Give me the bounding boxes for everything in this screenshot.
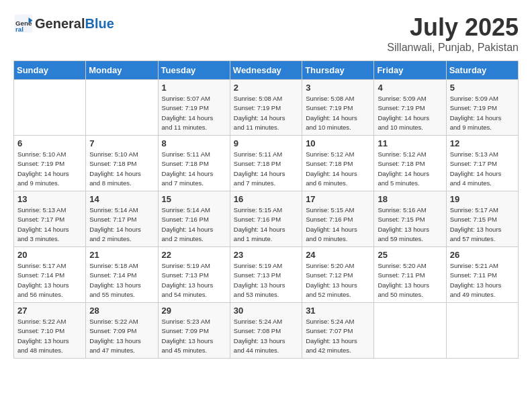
day-number: 20: [17, 250, 82, 260]
day-info: Sunrise: 5:08 AM Sunset: 7:19 PM Dayligh…: [306, 94, 370, 132]
day-info: Sunrise: 5:23 AM Sunset: 7:09 PM Dayligh…: [162, 317, 226, 355]
weekday-header: Tuesday: [158, 61, 230, 80]
day-number: 12: [450, 138, 515, 148]
day-number: 16: [234, 194, 298, 204]
calendar-cell: 14Sunrise: 5:14 AM Sunset: 7:17 PM Dayli…: [86, 191, 158, 247]
title-block: July 2025 Sillanwali, Punjab, Pakistan: [387, 13, 519, 54]
day-number: 21: [89, 250, 154, 260]
day-number: 7: [89, 138, 154, 148]
logo-icon: Gene ral: [13, 13, 34, 34]
day-info: Sunrise: 5:15 AM Sunset: 7:16 PM Dayligh…: [306, 205, 370, 244]
day-info: Sunrise: 5:09 AM Sunset: 7:19 PM Dayligh…: [378, 94, 442, 132]
day-number: 11: [378, 138, 442, 148]
calendar-cell: [14, 80, 86, 136]
calendar-cell: 10Sunrise: 5:12 AM Sunset: 7:18 PM Dayli…: [302, 136, 374, 191]
day-info: Sunrise: 5:22 AM Sunset: 7:10 PM Dayligh…: [17, 317, 82, 355]
day-number: 22: [162, 250, 226, 260]
calendar-cell: 1Sunrise: 5:07 AM Sunset: 7:19 PM Daylig…: [158, 80, 230, 136]
calendar-cell: 16Sunrise: 5:15 AM Sunset: 7:16 PM Dayli…: [230, 191, 302, 247]
day-number: 10: [306, 138, 370, 148]
logo-text: GeneralBlue: [35, 16, 114, 31]
day-info: Sunrise: 5:07 AM Sunset: 7:19 PM Dayligh…: [162, 94, 226, 132]
day-info: Sunrise: 5:16 AM Sunset: 7:15 PM Dayligh…: [378, 205, 442, 244]
calendar-week-row: 20Sunrise: 5:17 AM Sunset: 7:14 PM Dayli…: [14, 247, 519, 303]
day-info: Sunrise: 5:10 AM Sunset: 7:18 PM Dayligh…: [89, 150, 154, 188]
day-number: 5: [450, 83, 515, 93]
calendar-cell: [446, 303, 518, 359]
day-number: 23: [234, 250, 298, 260]
calendar-cell: 18Sunrise: 5:16 AM Sunset: 7:15 PM Dayli…: [374, 191, 446, 247]
calendar-cell: [374, 303, 446, 359]
day-info: Sunrise: 5:10 AM Sunset: 7:19 PM Dayligh…: [17, 150, 82, 188]
day-info: Sunrise: 5:11 AM Sunset: 7:18 PM Dayligh…: [234, 150, 298, 188]
calendar-cell: 2Sunrise: 5:08 AM Sunset: 7:19 PM Daylig…: [230, 80, 302, 136]
calendar-week-row: 13Sunrise: 5:13 AM Sunset: 7:17 PM Dayli…: [14, 191, 519, 247]
weekday-header: Wednesday: [230, 61, 302, 80]
day-number: 30: [234, 306, 298, 316]
day-number: 15: [162, 194, 226, 204]
calendar-cell: 20Sunrise: 5:17 AM Sunset: 7:14 PM Dayli…: [14, 247, 86, 303]
calendar-cell: 8Sunrise: 5:11 AM Sunset: 7:18 PM Daylig…: [158, 136, 230, 191]
day-number: 4: [378, 83, 442, 93]
day-info: Sunrise: 5:08 AM Sunset: 7:19 PM Dayligh…: [234, 94, 298, 132]
day-number: 27: [17, 306, 82, 316]
day-info: Sunrise: 5:21 AM Sunset: 7:11 PM Dayligh…: [450, 261, 515, 300]
day-info: Sunrise: 5:17 AM Sunset: 7:15 PM Dayligh…: [450, 205, 515, 244]
calendar-cell: [86, 80, 158, 136]
day-number: 3: [306, 83, 370, 93]
day-number: 6: [17, 138, 82, 148]
weekday-header: Sunday: [14, 61, 86, 80]
day-info: Sunrise: 5:22 AM Sunset: 7:09 PM Dayligh…: [89, 317, 154, 355]
day-number: 19: [450, 194, 515, 204]
month-title: July 2025: [387, 13, 519, 42]
calendar-cell: 21Sunrise: 5:18 AM Sunset: 7:14 PM Dayli…: [86, 247, 158, 303]
day-info: Sunrise: 5:15 AM Sunset: 7:16 PM Dayligh…: [234, 205, 298, 244]
logo: Gene ral GeneralBlue: [13, 13, 114, 34]
day-number: 24: [306, 250, 370, 260]
day-info: Sunrise: 5:24 AM Sunset: 7:08 PM Dayligh…: [234, 317, 298, 355]
day-number: 13: [17, 194, 82, 204]
location-title: Sillanwali, Punjab, Pakistan: [387, 42, 519, 54]
calendar-cell: 30Sunrise: 5:24 AM Sunset: 7:08 PM Dayli…: [230, 303, 302, 359]
day-number: 25: [378, 250, 442, 260]
calendar-cell: 15Sunrise: 5:14 AM Sunset: 7:16 PM Dayli…: [158, 191, 230, 247]
calendar-cell: 11Sunrise: 5:12 AM Sunset: 7:18 PM Dayli…: [374, 136, 446, 191]
calendar-cell: 25Sunrise: 5:20 AM Sunset: 7:11 PM Dayli…: [374, 247, 446, 303]
day-number: 26: [450, 250, 515, 260]
weekday-header: Saturday: [446, 61, 518, 80]
day-info: Sunrise: 5:12 AM Sunset: 7:18 PM Dayligh…: [306, 150, 370, 188]
day-info: Sunrise: 5:14 AM Sunset: 7:17 PM Dayligh…: [89, 205, 154, 244]
day-info: Sunrise: 5:20 AM Sunset: 7:11 PM Dayligh…: [378, 261, 442, 300]
day-info: Sunrise: 5:24 AM Sunset: 7:07 PM Dayligh…: [306, 317, 370, 355]
calendar-week-row: 6Sunrise: 5:10 AM Sunset: 7:19 PM Daylig…: [14, 136, 519, 191]
calendar-table: SundayMondayTuesdayWednesdayThursdayFrid…: [13, 60, 519, 359]
page-header: Gene ral GeneralBlue July 2025 Sillanwal…: [13, 13, 519, 54]
calendar-cell: 29Sunrise: 5:23 AM Sunset: 7:09 PM Dayli…: [158, 303, 230, 359]
day-number: 31: [306, 306, 370, 316]
day-info: Sunrise: 5:19 AM Sunset: 7:13 PM Dayligh…: [162, 261, 226, 300]
weekday-header: Monday: [86, 61, 158, 80]
day-number: 18: [378, 194, 442, 204]
day-info: Sunrise: 5:11 AM Sunset: 7:18 PM Dayligh…: [162, 150, 226, 188]
calendar-week-row: 1Sunrise: 5:07 AM Sunset: 7:19 PM Daylig…: [14, 80, 519, 136]
day-info: Sunrise: 5:12 AM Sunset: 7:18 PM Dayligh…: [378, 150, 442, 188]
calendar-cell: 19Sunrise: 5:17 AM Sunset: 7:15 PM Dayli…: [446, 191, 518, 247]
day-number: 17: [306, 194, 370, 204]
svg-text:ral: ral: [15, 26, 24, 33]
day-info: Sunrise: 5:19 AM Sunset: 7:13 PM Dayligh…: [234, 261, 298, 300]
day-number: 9: [234, 138, 298, 148]
calendar-cell: 9Sunrise: 5:11 AM Sunset: 7:18 PM Daylig…: [230, 136, 302, 191]
weekday-header: Thursday: [302, 61, 374, 80]
day-info: Sunrise: 5:17 AM Sunset: 7:14 PM Dayligh…: [17, 261, 82, 300]
calendar-cell: 13Sunrise: 5:13 AM Sunset: 7:17 PM Dayli…: [14, 191, 86, 247]
day-number: 2: [234, 83, 298, 93]
day-info: Sunrise: 5:13 AM Sunset: 7:17 PM Dayligh…: [17, 205, 82, 244]
calendar-cell: 17Sunrise: 5:15 AM Sunset: 7:16 PM Dayli…: [302, 191, 374, 247]
day-info: Sunrise: 5:18 AM Sunset: 7:14 PM Dayligh…: [89, 261, 154, 300]
day-info: Sunrise: 5:14 AM Sunset: 7:16 PM Dayligh…: [162, 205, 226, 244]
calendar-cell: 5Sunrise: 5:09 AM Sunset: 7:19 PM Daylig…: [446, 80, 518, 136]
calendar-body: 1Sunrise: 5:07 AM Sunset: 7:19 PM Daylig…: [14, 80, 519, 359]
calendar-cell: 7Sunrise: 5:10 AM Sunset: 7:18 PM Daylig…: [86, 136, 158, 191]
calendar-cell: 28Sunrise: 5:22 AM Sunset: 7:09 PM Dayli…: [86, 303, 158, 359]
calendar-cell: 6Sunrise: 5:10 AM Sunset: 7:19 PM Daylig…: [14, 136, 86, 191]
